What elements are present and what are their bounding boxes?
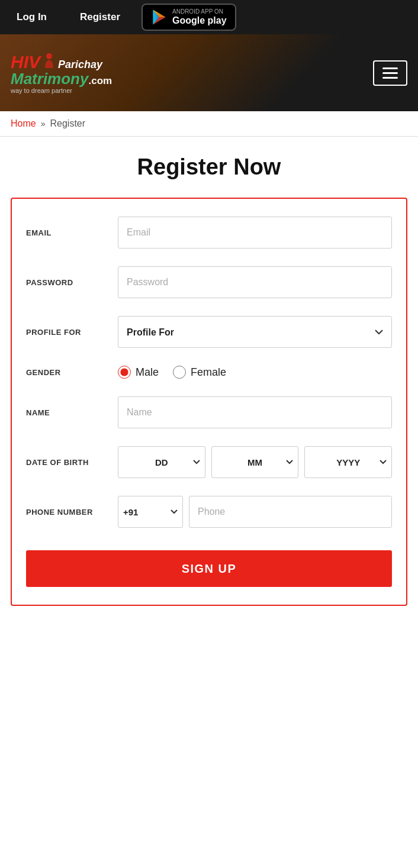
hamburger-line-1 bbox=[382, 67, 398, 69]
logo-tagline: way to dream partner bbox=[11, 88, 112, 94]
register-button[interactable]: Register bbox=[63, 0, 137, 34]
gender-row: GENDER Male Female bbox=[26, 366, 392, 379]
gender-male-radio[interactable] bbox=[118, 366, 131, 379]
dob-label: DATE OF BIRTH bbox=[26, 458, 118, 467]
phone-number-input[interactable] bbox=[189, 496, 392, 528]
top-navigation: Log In Register bbox=[0, 0, 418, 34]
gender-male-label[interactable]: Male bbox=[118, 366, 159, 379]
dob-row: DATE OF BIRTH DD for(let i=1;i<=31;i++) … bbox=[26, 446, 392, 478]
logo-parichay: Parichay bbox=[58, 59, 102, 70]
gender-female-label[interactable]: Female bbox=[173, 366, 226, 379]
gender-male-text: Male bbox=[136, 366, 159, 379]
phone-row: PHONE NUMBER +91 +1 +44 bbox=[26, 496, 392, 528]
signup-button[interactable]: SIGN UP bbox=[26, 550, 392, 587]
email-input[interactable] bbox=[118, 217, 392, 249]
page-title-section: Register Now bbox=[0, 137, 418, 192]
name-label: NAME bbox=[26, 408, 118, 417]
breadcrumb-home-link[interactable]: Home bbox=[11, 118, 36, 129]
phone-inputs: +91 +1 +44 bbox=[118, 496, 392, 528]
hamburger-menu-button[interactable] bbox=[373, 60, 407, 86]
profile-for-select[interactable]: Profile For Self Son Daughter Brother Si… bbox=[118, 316, 392, 348]
dob-month-select[interactable]: MM for(let i=1;i<=12;i++) document.write… bbox=[211, 446, 299, 478]
phone-country-select[interactable]: +91 +1 +44 bbox=[118, 496, 183, 528]
login-button[interactable]: Log In bbox=[0, 0, 63, 34]
google-play-icon bbox=[151, 9, 168, 25]
svg-point-0 bbox=[46, 53, 52, 59]
gender-female-radio[interactable] bbox=[173, 366, 186, 379]
breadcrumb-separator: » bbox=[41, 119, 46, 128]
dob-day-select[interactable]: DD for(let i=1;i<=31;i++) document.write… bbox=[118, 446, 205, 478]
logo-matrimony: Matrimony bbox=[11, 71, 88, 86]
page-title: Register Now bbox=[12, 154, 406, 180]
email-row: EMAIL bbox=[26, 217, 392, 249]
dob-year-select[interactable]: YYYY for(let y=2006;y>=1940;y--) documen… bbox=[304, 446, 392, 478]
name-row: NAME bbox=[26, 396, 392, 428]
password-input[interactable] bbox=[118, 266, 392, 298]
profile-for-label: PROFILE FOR bbox=[26, 328, 118, 337]
phone-label: PHONE NUMBER bbox=[26, 508, 118, 517]
profile-for-row: PROFILE FOR Profile For Self Son Daughte… bbox=[26, 316, 392, 348]
header-banner: HIV Parichay Matrimony .com way to dream… bbox=[0, 34, 418, 111]
google-play-text: ANDROID APP ON Google play bbox=[172, 8, 227, 26]
email-label: EMAIL bbox=[26, 228, 118, 237]
gender-label: GENDER bbox=[26, 368, 118, 377]
gender-options: Male Female bbox=[118, 366, 226, 379]
logo-domain: .com bbox=[88, 76, 112, 86]
hamburger-line-3 bbox=[382, 77, 398, 79]
logo-hiv: HIV bbox=[11, 53, 40, 71]
registration-form: EMAIL PASSWORD PROFILE FOR Profile For S… bbox=[26, 217, 392, 587]
name-input[interactable] bbox=[118, 396, 392, 428]
gender-female-text: Female bbox=[191, 366, 226, 379]
registration-form-container: EMAIL PASSWORD PROFILE FOR Profile For S… bbox=[11, 198, 407, 606]
password-label: PASSWORD bbox=[26, 278, 118, 287]
password-row: PASSWORD bbox=[26, 266, 392, 298]
breadcrumb: Home » Register bbox=[0, 111, 418, 137]
hamburger-line-2 bbox=[382, 72, 398, 74]
google-play-button[interactable]: ANDROID APP ON Google play bbox=[142, 4, 236, 31]
dob-selects: DD for(let i=1;i<=31;i++) document.write… bbox=[118, 446, 392, 478]
logo-icon bbox=[43, 51, 56, 68]
logo: HIV Parichay Matrimony .com way to dream… bbox=[11, 51, 112, 94]
breadcrumb-current-page: Register bbox=[50, 118, 85, 129]
